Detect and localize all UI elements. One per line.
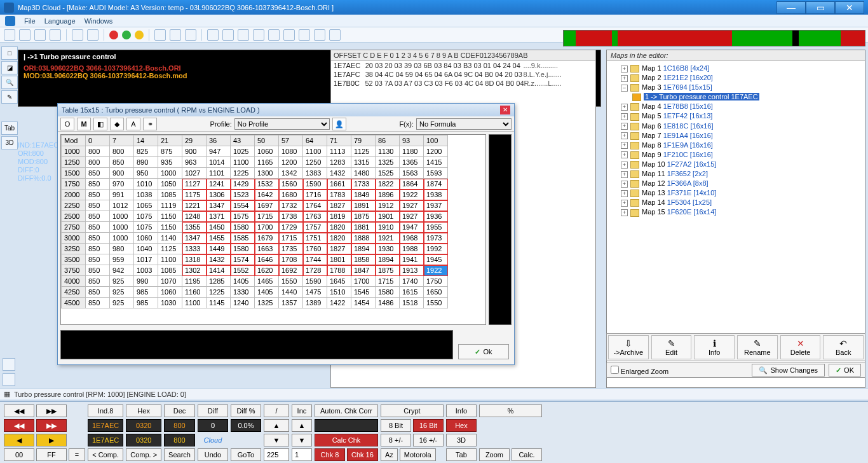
btn-undo[interactable]: Undo bbox=[198, 448, 228, 461]
tree-node[interactable]: +Map 5 1E7F42 [16x13] bbox=[609, 111, 862, 121]
cell[interactable]: 875 bbox=[158, 146, 182, 157]
cell[interactable]: 1000 bbox=[110, 211, 134, 222]
btn-00[interactable]: 00 bbox=[4, 448, 34, 461]
cell[interactable]: 1858 bbox=[351, 254, 376, 265]
bit8[interactable]: 8 Bit bbox=[381, 419, 411, 432]
cell[interactable]: 1150 bbox=[158, 222, 182, 233]
rename-button[interactable]: ✎Rename bbox=[737, 335, 778, 359]
cell[interactable]: 1165 bbox=[255, 157, 279, 168]
col-header[interactable]: 7 bbox=[110, 135, 134, 146]
col-header[interactable]: Mod bbox=[62, 135, 86, 146]
cell[interactable]: 1140 bbox=[158, 233, 182, 244]
cell[interactable]: 1783 bbox=[327, 190, 351, 200]
cell[interactable]: 1415 bbox=[424, 157, 448, 168]
overview-colorbar[interactable] bbox=[563, 30, 865, 46]
profile-select[interactable]: No Profile bbox=[234, 118, 330, 130]
cell[interactable]: 1040 bbox=[134, 244, 158, 254]
tool-chart-icon[interactable] bbox=[314, 29, 325, 41]
cell[interactable]: 959 bbox=[110, 254, 134, 265]
col-header[interactable]: 71 bbox=[327, 135, 351, 146]
col-header[interactable]: 64 bbox=[303, 135, 327, 146]
tool-saveall-icon[interactable] bbox=[34, 29, 46, 41]
cell[interactable]: 1910 bbox=[376, 222, 400, 233]
cell[interactable]: 1241 bbox=[207, 179, 231, 190]
cell[interactable]: 890 bbox=[134, 157, 158, 168]
side-tab-3d[interactable]: 3D bbox=[1, 136, 18, 149]
cell[interactable]: 1716 bbox=[303, 190, 327, 200]
cell[interactable]: 1127 bbox=[182, 179, 207, 190]
cell[interactable]: 1700 bbox=[255, 222, 279, 233]
cell[interactable]: 1968 bbox=[400, 233, 424, 244]
cell[interactable]: 1432 bbox=[327, 168, 351, 179]
cell[interactable]: 1620 bbox=[255, 265, 279, 276]
cell[interactable]: 1922 bbox=[400, 190, 424, 200]
cell[interactable]: 1449 bbox=[207, 244, 231, 254]
cell[interactable]: 1200 bbox=[279, 157, 303, 168]
cell[interactable]: 1355 bbox=[182, 222, 207, 233]
row-header[interactable]: 3250 bbox=[62, 244, 86, 254]
cell[interactable]: 1646 bbox=[255, 254, 279, 265]
cell[interactable]: 1422 bbox=[327, 298, 351, 308]
cell[interactable]: 850 bbox=[86, 200, 110, 211]
tb-link-icon[interactable]: ⚭ bbox=[143, 118, 157, 130]
cell[interactable]: 1475 bbox=[303, 287, 327, 298]
cell[interactable]: 850 bbox=[86, 254, 110, 265]
cell[interactable]: 1025 bbox=[231, 146, 255, 157]
side-tab-tab[interactable]: Tab bbox=[1, 121, 18, 135]
tool-copy-icon[interactable] bbox=[72, 29, 83, 41]
3d-btn[interactable]: 3D bbox=[446, 434, 477, 446]
cell[interactable]: 1615 bbox=[400, 287, 424, 298]
cell[interactable]: 1285 bbox=[207, 276, 231, 287]
cell[interactable]: 800 bbox=[86, 157, 110, 168]
spin-up[interactable]: ▲ bbox=[264, 419, 289, 432]
tool-open-icon[interactable] bbox=[4, 29, 15, 41]
cell[interactable]: 1027 bbox=[182, 168, 207, 179]
cell[interactable]: 1486 bbox=[376, 298, 400, 308]
bit16[interactable]: 16 Bit bbox=[413, 419, 444, 432]
cell[interactable]: 1822 bbox=[376, 179, 400, 190]
cell[interactable]: 1945 bbox=[424, 254, 448, 265]
row-header[interactable]: 1000 bbox=[62, 146, 86, 157]
cell[interactable]: 991 bbox=[110, 190, 134, 200]
btn-search[interactable]: Search bbox=[164, 448, 195, 461]
val-225[interactable] bbox=[264, 448, 289, 461]
tree-node[interactable]: +Map 4 1E78B8 [15x16] bbox=[609, 102, 862, 111]
cell[interactable]: 1225 bbox=[231, 168, 255, 179]
cell[interactable]: 1405 bbox=[255, 287, 279, 298]
delete-button[interactable]: ✕Delete bbox=[780, 335, 821, 359]
cell[interactable]: 985 bbox=[134, 287, 158, 298]
cell[interactable]: 1801 bbox=[327, 254, 351, 265]
cell[interactable]: 970 bbox=[110, 179, 134, 190]
cell[interactable]: 1715 bbox=[376, 276, 400, 287]
cell[interactable]: 1820 bbox=[327, 222, 351, 233]
cell[interactable]: 1580 bbox=[376, 287, 400, 298]
row-header[interactable]: 2000 bbox=[62, 190, 86, 200]
tree-node[interactable]: +Map 14 1F5304 [1x25] bbox=[609, 198, 862, 207]
cell[interactable]: 1150 bbox=[158, 211, 182, 222]
cell[interactable]: 1973 bbox=[424, 233, 448, 244]
cell[interactable]: 1357 bbox=[279, 298, 303, 308]
menu-file[interactable]: File bbox=[24, 17, 36, 25]
cell[interactable]: 900 bbox=[182, 146, 207, 157]
tree-node[interactable]: +Map 15 1F620E [16x14] bbox=[609, 207, 862, 217]
cell[interactable]: 1429 bbox=[231, 179, 255, 190]
cell[interactable]: 1440 bbox=[279, 287, 303, 298]
edit-button[interactable]: ✎Edit bbox=[651, 335, 692, 359]
tree-node[interactable]: +Map 8 1F1E9A [16x16] bbox=[609, 141, 862, 150]
tb-diff-icon[interactable]: ◧ bbox=[93, 118, 107, 130]
tree-node[interactable]: −Map 3 1E7694 [15x15] bbox=[609, 83, 862, 92]
table-caption-bar[interactable]: Table 15x15 : Turbo pressure control ( R… bbox=[58, 104, 514, 116]
cell[interactable]: 1333 bbox=[182, 244, 207, 254]
cell[interactable]: 1480 bbox=[351, 168, 376, 179]
tree-node[interactable]: +Map 7 1E91A4 [16x16] bbox=[609, 131, 862, 141]
cell[interactable]: 1750 bbox=[424, 276, 448, 287]
row-header[interactable]: 2250 bbox=[62, 200, 86, 211]
cell[interactable]: 1113 bbox=[327, 146, 351, 157]
cell[interactable]: 1760 bbox=[303, 244, 327, 254]
cell[interactable]: 1060 bbox=[255, 146, 279, 157]
btn-comp-lt[interactable]: < Comp. bbox=[88, 448, 123, 461]
col-header[interactable]: 79 bbox=[351, 135, 376, 146]
cell[interactable]: 1988 bbox=[400, 244, 424, 254]
nav-bwd-fast[interactable]: ◀◀ bbox=[4, 404, 34, 417]
row-header[interactable]: 4000 bbox=[62, 276, 86, 287]
